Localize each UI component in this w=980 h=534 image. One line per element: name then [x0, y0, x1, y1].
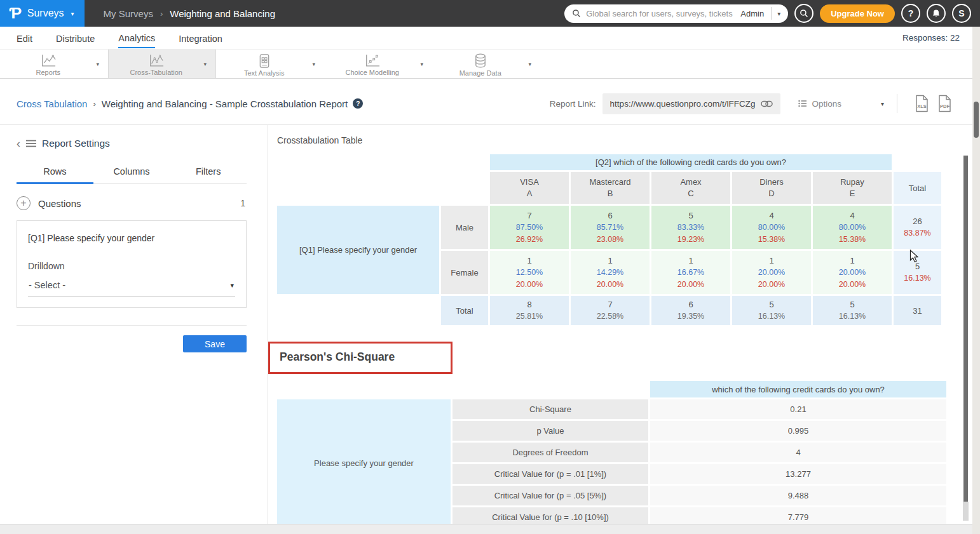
- total-cell: 516.13%: [813, 296, 892, 325]
- empty-cell: [894, 154, 941, 170]
- total-cell: 619.35%: [651, 296, 730, 325]
- toolbar-cross-tabulation[interactable]: Cross-Tabulation ▾: [108, 50, 216, 78]
- export-pdf-button[interactable]: PDF: [937, 95, 952, 112]
- export-xls-button[interactable]: XLS: [914, 95, 929, 112]
- top-header-bar: Ƥ Surveys ▾ My Surveys › Weighting and B…: [0, 0, 980, 27]
- line-chart-icon: [41, 54, 56, 67]
- avatar[interactable]: S: [952, 4, 971, 23]
- tab-rows[interactable]: Rows: [17, 163, 93, 184]
- toolbar-label: Text Analysis: [244, 69, 285, 77]
- product-switcher[interactable]: Ƥ Surveys ▾: [0, 0, 85, 27]
- crosstabulation-table: [Q2] which of the following credit cards…: [275, 152, 943, 327]
- cross-tabulation-dropdown-caret[interactable]: ▾: [203, 61, 215, 67]
- crosstab-report-area: Crosstabulation Table [Q2] which of the …: [268, 125, 972, 524]
- column-question-banner: [Q2] which of the following credit cards…: [490, 154, 892, 170]
- metric-value: 4: [650, 443, 946, 462]
- nav-distribute[interactable]: Distribute: [56, 29, 95, 48]
- search-icon: [572, 9, 581, 18]
- total-row-label: Total: [441, 296, 488, 325]
- chi-square-table: which of the following credit cards do y…: [275, 379, 948, 529]
- report-body: ‹ Report Settings Rows Columns Filters +…: [0, 125, 972, 524]
- settings-tabs: Rows Columns Filters: [17, 163, 247, 184]
- text-analysis-dropdown-caret[interactable]: ▾: [312, 61, 324, 67]
- toolbar-text-analysis[interactable]: Text Analysis ▾: [216, 50, 324, 78]
- add-question-button[interactable]: +: [17, 196, 31, 210]
- empty-cell: [277, 172, 488, 204]
- options-caret[interactable]: ▾: [881, 100, 884, 107]
- metric-label: Critical Value for (p = .05 [5%]): [453, 486, 648, 505]
- survey-nav: Edit Distribute Analytics Integration Re…: [0, 27, 972, 50]
- header-breadcrumb: My Surveys › Weighting and Balancing: [104, 8, 275, 19]
- options-list-icon: [798, 100, 807, 107]
- questions-count-badge: 1: [240, 198, 247, 208]
- breadcrumb-survey-name: Weighting and Balancing: [170, 8, 275, 19]
- total-column-header: Total: [894, 172, 941, 204]
- search-submit-button[interactable]: [794, 4, 813, 23]
- toolbar-label: Cross-Tabulation: [130, 69, 182, 76]
- notifications-button[interactable]: [927, 4, 946, 23]
- search-scope-dropdown-caret[interactable]: ▾: [777, 10, 782, 17]
- collapse-panel-icon[interactable]: ‹: [17, 138, 20, 149]
- responses-count: Responses: 22: [902, 33, 960, 43]
- text-analysis-icon: [258, 54, 271, 68]
- hamburger-menu-icon[interactable]: [26, 140, 36, 147]
- nav-edit[interactable]: Edit: [17, 29, 32, 48]
- column-header: MastercardB: [571, 172, 650, 204]
- breadcrumb-my-surveys-link[interactable]: My Surveys: [104, 8, 153, 19]
- metric-value: 0.21: [650, 399, 946, 419]
- toolbar-reports[interactable]: Reports ▾: [0, 50, 108, 78]
- divider: [897, 94, 897, 113]
- row-question-cell: [Q1] Please specify your gender: [277, 206, 439, 294]
- global-search[interactable]: Admin ▾: [564, 4, 788, 23]
- cross-tabulation-breadcrumb-link[interactable]: Cross Tabulation: [17, 98, 87, 109]
- pearson-highlight-box: Pearson's Chi-Square: [268, 342, 453, 374]
- divider: [17, 325, 247, 326]
- report-actions: Report Link: https://www.questionpro.com…: [550, 93, 956, 114]
- pdf-file-icon: PDF: [937, 95, 952, 112]
- app-window: Ƥ Surveys ▾ My Surveys › Weighting and B…: [0, 0, 980, 534]
- window-scrollbar-track[interactable]: [972, 27, 980, 534]
- svg-text:PDF: PDF: [940, 103, 949, 109]
- window-scrollbar-thumb[interactable]: [974, 102, 979, 138]
- manage-data-dropdown-caret[interactable]: ▾: [528, 61, 540, 67]
- tab-columns[interactable]: Columns: [93, 163, 170, 184]
- content-scrollbar-thumb[interactable]: [963, 156, 968, 502]
- drilldown-caret-icon: ▾: [230, 281, 234, 290]
- toolbar-manage-data[interactable]: Manage Data ▾: [432, 50, 540, 78]
- drilldown-select[interactable]: - Select - ▾: [28, 280, 235, 297]
- brand-label: Surveys: [27, 8, 64, 19]
- metric-label: Degrees of Freedom: [453, 443, 648, 462]
- save-button[interactable]: Save: [183, 335, 247, 352]
- choice-modelling-dropdown-caret[interactable]: ▾: [420, 61, 432, 67]
- divider: [771, 7, 772, 20]
- metric-value: 13.277: [650, 464, 946, 484]
- report-header-row: Cross Tabulation › Weighting and Balanci…: [0, 79, 972, 125]
- report-help-icon[interactable]: ?: [353, 98, 363, 109]
- search-icon: [800, 9, 808, 18]
- empty-cell: [277, 296, 439, 325]
- search-input[interactable]: [586, 9, 740, 18]
- mouse-cursor: [909, 250, 918, 263]
- questions-label: Questions: [38, 198, 81, 209]
- pearson-title: Pearson's Chi-Square: [280, 350, 395, 364]
- report-url[interactable]: https://www.questionpro.com/t/lFFCZg: [610, 99, 756, 109]
- nav-analytics[interactable]: Analytics: [118, 28, 155, 48]
- upgrade-button[interactable]: Upgrade Now: [820, 4, 895, 23]
- chevron-down-icon: ▾: [71, 10, 74, 17]
- nav-integration[interactable]: Integration: [179, 29, 222, 48]
- report-link-field[interactable]: https://www.questionpro.com/t/lFFCZg: [602, 93, 781, 114]
- help-button[interactable]: ?: [901, 4, 920, 23]
- empty-cell: [277, 381, 648, 397]
- toolbar-choice-modelling[interactable]: Choice Modelling ▾: [324, 50, 432, 78]
- drilldown-label: Drilldown: [28, 261, 235, 271]
- reports-dropdown-caret[interactable]: ▾: [96, 61, 108, 67]
- content-scrollbar-track-end: [963, 502, 969, 521]
- toolbar-label: Manage Data: [459, 69, 501, 77]
- data-cell: 685.71%23.08%: [571, 206, 650, 249]
- toolbar-label: Choice Modelling: [346, 69, 399, 76]
- tab-filters[interactable]: Filters: [170, 163, 247, 184]
- data-cell: 480.00%15.38%: [732, 206, 811, 249]
- options-dropdown[interactable]: Options ▾: [798, 99, 884, 109]
- total-cell: 516.13%: [732, 296, 811, 325]
- selected-question-card[interactable]: [Q1] Please specify your gender Drilldow…: [17, 220, 247, 308]
